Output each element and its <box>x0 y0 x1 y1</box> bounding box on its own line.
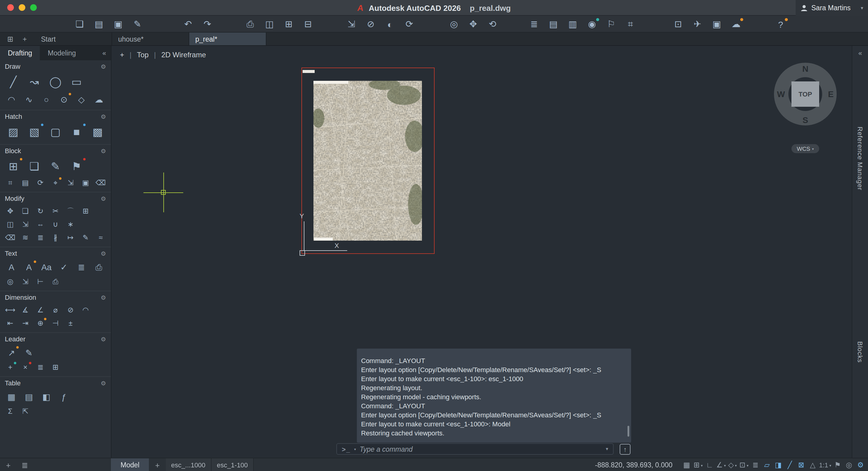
offset-icon[interactable]: ≋ <box>18 232 33 244</box>
gear-icon[interactable]: ⚙ <box>101 147 106 154</box>
smooth-icon[interactable]: ≈ <box>93 232 108 244</box>
document-tab-p-real[interactable]: p_real* <box>189 33 267 45</box>
palette-tab-modeling[interactable]: Modeling <box>40 46 84 60</box>
angular-dimension-icon[interactable]: ∠ <box>33 304 48 316</box>
ellipse-icon[interactable]: ○ <box>38 92 55 107</box>
attach-reference-icon[interactable]: ⇲ <box>343 17 360 31</box>
viewcube-north[interactable]: N <box>774 64 837 73</box>
layout-tab-esc-1-100[interactable]: esc_1-100 <box>212 458 254 471</box>
layer-states-icon[interactable]: ▤ <box>545 17 562 31</box>
erase-icon[interactable]: ⌫ <box>3 232 18 244</box>
viewcube-top-face[interactable]: TOP <box>792 81 819 107</box>
save-icon[interactable]: ▣ <box>110 17 127 31</box>
polar-tracking-icon[interactable]: ∠▾ <box>715 458 727 471</box>
annotation-scale-icon[interactable]: 1:1▾ <box>818 458 832 471</box>
viewport-control-[interactable]: + <box>120 51 124 59</box>
multileader-icon[interactable]: ↗ <box>3 346 20 360</box>
hatch-edit-icon[interactable]: ▩ <box>87 123 108 141</box>
orbit-icon[interactable]: ⟲ <box>484 17 501 31</box>
new-tab-icon[interactable]: + <box>21 35 29 43</box>
panel-section-draw-header[interactable]: Draw⚙ <box>0 60 111 72</box>
text-style-icon[interactable]: Aa <box>38 260 55 274</box>
stretch-icon[interactable]: ⇔ <box>33 218 48 230</box>
transparency-icon[interactable]: ▱ <box>761 458 772 471</box>
publish-icon[interactable]: ⊟ <box>300 17 316 31</box>
palette-tab-drafting[interactable]: Drafting <box>0 46 40 60</box>
trim-icon[interactable]: ✂ <box>48 205 63 217</box>
rectangle-icon[interactable]: ▭ <box>66 73 87 91</box>
circle-icon[interactable]: ◯ <box>45 73 66 91</box>
plot-preview-icon[interactable]: ◫ <box>261 17 278 31</box>
add-leader-icon[interactable]: + <box>3 361 18 373</box>
add-layout-button[interactable]: + <box>149 458 166 471</box>
panel-section-leader-header[interactable]: Leader⚙ <box>0 333 111 345</box>
gear-icon[interactable]: ⚙ <box>101 63 106 70</box>
revision-cloud-icon[interactable]: ☁ <box>90 92 107 107</box>
multiline-text-icon[interactable]: A <box>21 260 37 274</box>
join-icon[interactable]: ∪ <box>48 218 63 230</box>
rotate-icon[interactable]: ↻ <box>33 205 48 217</box>
isolate-objects-icon[interactable]: ◎ <box>843 458 855 471</box>
polyline-icon[interactable]: ↝ <box>24 73 44 91</box>
remove-leader-icon[interactable]: × <box>18 361 33 373</box>
snap-mode-icon[interactable]: ⊞▾ <box>692 458 704 471</box>
document-tab-start[interactable]: Start <box>35 33 112 45</box>
render-gallery-icon[interactable]: ▣ <box>708 17 725 31</box>
boundary-icon[interactable]: ▢ <box>45 123 66 141</box>
lineweight-display-icon[interactable]: ≣ <box>749 458 761 471</box>
viewport-control-top[interactable]: Top <box>137 51 149 59</box>
layout-tab-esc-1000[interactable]: esc_...1000 <box>166 458 212 471</box>
pan-icon[interactable]: ✥ <box>465 17 482 31</box>
grid-display-icon[interactable]: ▦ <box>681 458 692 471</box>
set-base-point-icon[interactable]: ⌖ <box>48 177 63 189</box>
explode-icon[interactable]: ∗ <box>63 218 78 230</box>
reference-manager-icon[interactable]: ⊡ <box>670 17 687 31</box>
plot-icon[interactable]: ⎙ <box>242 17 258 31</box>
chevron-down-icon[interactable]: ▾ <box>354 447 356 451</box>
drawing-canvas[interactable]: +|Top|2D Wireframe <box>112 46 852 458</box>
cell-style-icon[interactable]: ◧ <box>38 390 55 404</box>
maximize-button[interactable] <box>30 4 37 11</box>
viewcube-south[interactable]: S <box>774 115 837 125</box>
open-icon[interactable]: ▤ <box>90 17 107 31</box>
justify-text-icon[interactable]: ⊢ <box>33 275 48 288</box>
field-icon[interactable]: ⌗ <box>622 17 639 31</box>
panel-section-modify-header[interactable]: Modify⚙ <box>0 193 111 204</box>
gear-icon[interactable]: ⚙ <box>101 113 106 120</box>
collect-leaders-icon[interactable]: ⊞ <box>48 361 63 373</box>
dimension-break-icon[interactable]: ⊣ <box>48 317 63 329</box>
right-rail-tab-blocks[interactable]: Blocks <box>857 341 864 363</box>
undo-icon[interactable]: ↶ <box>180 17 196 31</box>
block-edit-icon[interactable]: ✎ <box>45 157 66 176</box>
mirror-icon[interactable]: ◫ <box>3 218 18 230</box>
linear-dimension-icon[interactable]: ⟷ <box>3 304 18 316</box>
gradient-icon[interactable]: ▧ <box>24 123 44 141</box>
clip-icon[interactable]: ⊘ <box>362 17 379 31</box>
new-drawing-icon[interactable]: ❏ <box>71 17 88 31</box>
align-leaders-icon[interactable]: ≣ <box>33 361 48 373</box>
solid-fill-icon[interactable]: ■ <box>66 123 87 141</box>
collapse-panel-button[interactable]: « <box>98 46 111 60</box>
gear-icon[interactable]: ⚙ <box>101 335 106 342</box>
document-tab-uhouse[interactable]: uhouse* <box>112 33 189 45</box>
fillet-icon[interactable]: ⌒ <box>63 205 78 217</box>
refresh-icon[interactable]: ⟳ <box>401 17 418 31</box>
isometric-drafting-icon[interactable]: ◇▾ <box>727 458 738 471</box>
right-rail-tab-reference-manager[interactable]: Reference Manager <box>857 127 864 190</box>
etransmit-icon[interactable]: ✈ <box>689 17 706 31</box>
insert-formula-icon[interactable]: Σ <box>3 405 18 417</box>
continue-dimension-icon[interactable]: ⇥ <box>18 317 33 329</box>
scale-icon[interactable]: ⇲ <box>18 218 33 230</box>
export-table-icon[interactable]: ⇱ <box>18 405 33 417</box>
panel-section-hatch-header[interactable]: Hatch⚙ <box>0 110 111 122</box>
viewport-boundary[interactable] <box>301 67 435 254</box>
viewcube-west[interactable]: W <box>777 89 785 99</box>
move-icon[interactable]: ✥ <box>3 205 18 217</box>
selection-cycling-icon[interactable]: ◨ <box>772 458 784 471</box>
copy-icon[interactable]: ❏ <box>18 205 33 217</box>
gear-icon[interactable]: ⚙ <box>101 294 106 301</box>
panel-section-block-header[interactable]: Block⚙ <box>0 145 111 157</box>
formula-icon[interactable]: ƒ <box>56 390 72 404</box>
collapse-rail-button[interactable]: « <box>852 50 868 57</box>
panel-section-table-header[interactable]: Table⚙ <box>0 377 111 389</box>
